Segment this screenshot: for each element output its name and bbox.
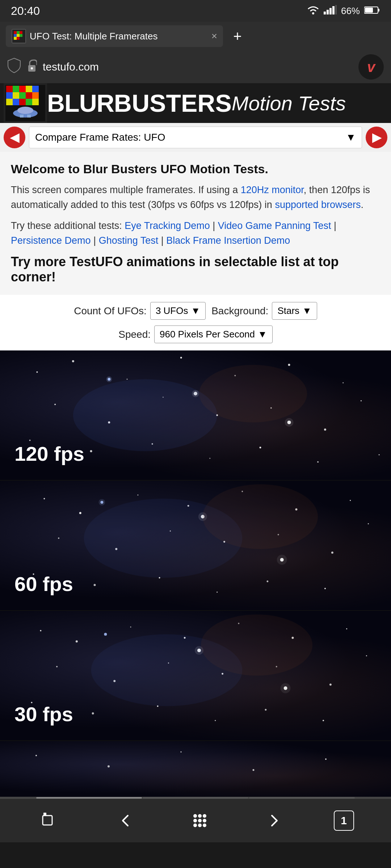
vivaldi-icon: v xyxy=(367,59,375,75)
tab-favicon xyxy=(12,29,26,43)
svg-point-136 xyxy=(203,819,206,822)
svg-point-55 xyxy=(90,450,92,452)
svg-rect-8 xyxy=(365,8,373,13)
svg-point-71 xyxy=(137,494,138,495)
address-input[interactable]: testufo.com xyxy=(43,61,353,73)
svg-point-64 xyxy=(106,376,112,382)
svg-rect-31 xyxy=(6,99,13,105)
svg-rect-17 xyxy=(17,37,20,40)
svg-point-124 xyxy=(35,755,37,756)
status-bar: 20:40 66% xyxy=(0,0,391,22)
svg-rect-7 xyxy=(378,9,379,12)
svg-point-121 xyxy=(281,683,291,693)
black-frame-link[interactable]: Black Frame Insertion Demo xyxy=(166,235,290,246)
svg-point-58 xyxy=(260,447,261,448)
persistence-link[interactable]: Persistence Demo xyxy=(11,235,91,246)
svg-rect-11 xyxy=(17,31,20,34)
controls-section: Count Of UFOs: 3 UFOs ▼ Background: Star… xyxy=(0,295,391,350)
square-button[interactable] xyxy=(37,806,66,835)
square-icon xyxy=(42,811,61,830)
prev-button[interactable]: ◀ xyxy=(4,127,25,148)
svg-rect-13 xyxy=(17,34,20,37)
prev-icon: ◀ xyxy=(10,131,19,144)
count-label: Count Of UFOs: xyxy=(74,305,147,317)
svg-point-67 xyxy=(73,379,217,451)
count-value: 3 UFOs xyxy=(156,305,188,316)
status-icons: 66% xyxy=(307,5,380,17)
svg-point-125 xyxy=(108,765,110,767)
test-selector-label: Compare Frame Rates: UFO xyxy=(35,132,165,143)
svg-point-60 xyxy=(379,454,380,455)
count-dropdown-icon: ▼ xyxy=(191,305,200,316)
site-title: BLUR BUSTERS Motion Tests xyxy=(47,89,346,117)
tab-close-button[interactable]: × xyxy=(211,30,217,42)
video-game-link[interactable]: Video Game Panning Test xyxy=(218,220,331,231)
svg-rect-26 xyxy=(6,92,13,99)
svg-rect-3 xyxy=(329,8,332,14)
status-time: 20:40 xyxy=(11,4,40,18)
svg-point-45 xyxy=(288,364,290,366)
grid-button[interactable] xyxy=(185,806,214,835)
battery-icon: 66% xyxy=(341,5,360,17)
svg-point-82 xyxy=(368,523,369,524)
bg-label: Background: xyxy=(211,305,268,317)
bg-dropdown-icon: ▼ xyxy=(302,305,312,316)
browsers-link[interactable]: supported browsers xyxy=(275,199,361,210)
info-paragraph-2: Try these additional tests: Eye Tracking… xyxy=(11,218,380,248)
busters-text: BUSTERS xyxy=(114,89,232,117)
svg-point-98 xyxy=(76,641,78,643)
shield-icon xyxy=(7,58,21,76)
monitor-link[interactable]: 120Hz monitor xyxy=(241,184,304,195)
eye-tracking-link[interactable]: Eye Tracking Demo xyxy=(125,220,210,231)
svg-point-104 xyxy=(56,666,58,667)
svg-rect-4 xyxy=(332,6,335,14)
wifi-icon xyxy=(307,5,319,17)
svg-point-66 xyxy=(285,418,294,427)
info-subtitle: Try more TestUFO animations in selectabl… xyxy=(11,254,380,285)
svg-point-116 xyxy=(323,720,324,721)
svg-rect-22 xyxy=(13,86,19,92)
svg-rect-21 xyxy=(6,86,13,92)
svg-point-127 xyxy=(253,769,255,771)
next-button[interactable]: ▶ xyxy=(366,127,387,148)
blur-text: BLUR xyxy=(47,89,114,117)
panel-60fps: 60 fps xyxy=(0,481,391,611)
speed-dropdown-icon: ▼ xyxy=(258,329,267,340)
speed-label: Speed: xyxy=(118,329,151,340)
fps-label-60: 60 fps xyxy=(14,572,73,596)
svg-point-137 xyxy=(193,824,197,827)
speed-value: 960 Pixels Per Second xyxy=(160,329,255,340)
svg-point-70 xyxy=(79,512,81,514)
bg-value: Stars xyxy=(277,305,299,316)
svg-point-59 xyxy=(317,461,319,463)
ufo-count-control: Count Of UFOs: 3 UFOs ▼ xyxy=(74,302,206,320)
svg-point-138 xyxy=(198,824,202,827)
svg-point-52 xyxy=(324,429,326,431)
vivaldi-menu-button[interactable]: v xyxy=(358,54,384,80)
forward-button[interactable] xyxy=(260,806,289,835)
svg-rect-33 xyxy=(19,99,26,105)
info-paragraph-1: This screen compares multiple framerates… xyxy=(11,183,380,212)
count-select[interactable]: 3 UFOs ▼ xyxy=(150,302,206,320)
speed-select[interactable]: 960 Pixels Per Second ▼ xyxy=(154,326,273,343)
svg-rect-34 xyxy=(26,99,32,105)
test-selector[interactable]: Compare Frame Rates: UFO ▼ xyxy=(29,127,362,148)
svg-point-103 xyxy=(346,628,347,629)
ghosting-link[interactable]: Ghosting Test xyxy=(99,235,159,246)
new-tab-button[interactable]: + xyxy=(227,25,248,47)
svg-rect-29 xyxy=(26,92,32,99)
svg-point-110 xyxy=(366,655,367,656)
svg-point-0 xyxy=(312,12,314,14)
active-tab[interactable]: UFO Test: Multiple Framerates × xyxy=(6,25,223,47)
starfield-partial xyxy=(0,741,391,799)
tab-count-button[interactable]: 1 xyxy=(334,810,354,831)
svg-point-87 xyxy=(266,580,268,582)
bg-select[interactable]: Stars ▼ xyxy=(272,302,317,320)
next-icon: ▶ xyxy=(372,131,381,144)
scrollbar[interactable] xyxy=(0,797,391,799)
back-button[interactable] xyxy=(111,806,140,835)
info-title: Welcome to Blur Busters UFO Motion Tests… xyxy=(11,162,380,176)
svg-point-57 xyxy=(209,458,210,459)
svg-point-99 xyxy=(130,626,131,627)
tab-count-label: 1 xyxy=(341,814,347,827)
